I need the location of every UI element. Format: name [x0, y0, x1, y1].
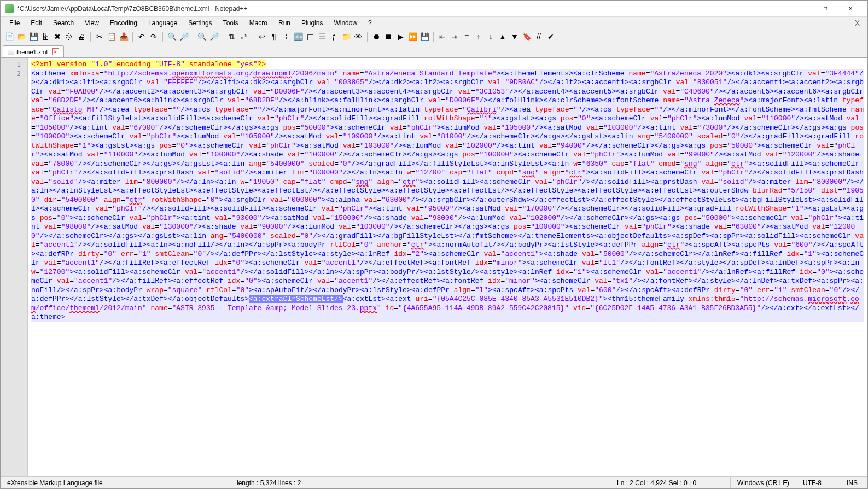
monitor-button[interactable]: 👁	[353, 31, 364, 42]
toolbar-separator	[162, 32, 163, 42]
menu-view[interactable]: View	[79, 18, 104, 28]
toolbar-separator	[433, 32, 434, 42]
comment-button[interactable]: //	[533, 31, 544, 42]
status-insert-mode[interactable]: INS	[840, 477, 867, 488]
cut-button[interactable]: ✂	[94, 31, 105, 42]
file-tab[interactable]: theme1.xml ✕	[3, 45, 64, 57]
app-window: *C:\Users\Jamie\AppData\Local\Temp\7zO8B…	[0, 0, 868, 489]
save-all-button[interactable]: 🗄	[40, 31, 51, 42]
func-list-button[interactable]: ƒ	[329, 31, 340, 42]
menu-search[interactable]: Search	[48, 18, 79, 28]
app-icon	[5, 4, 14, 13]
menubar-close-icon[interactable]: X	[850, 19, 864, 27]
save-file-button[interactable]: 💾	[28, 31, 39, 42]
redo-button[interactable]: ↷	[148, 31, 159, 42]
line-number: 1	[1, 60, 27, 69]
sort-desc-button[interactable]: ↓	[485, 31, 496, 42]
status-language: eXtensible Markup Language file	[1, 477, 230, 488]
menu-plugins[interactable]: Plugins	[296, 18, 328, 28]
menu-window[interactable]: Window	[328, 18, 363, 28]
close-all-button[interactable]: ⛒	[64, 31, 75, 42]
bookmark-button[interactable]: 🔖	[521, 31, 532, 42]
line-number-gutter: 12	[1, 58, 28, 476]
menu-[interactable]: ?	[363, 18, 377, 28]
toolbar-separator	[223, 32, 223, 42]
doc-list-button[interactable]: ☰	[317, 31, 328, 42]
toolbar-separator	[132, 32, 133, 42]
copy-button[interactable]: 📋	[106, 31, 117, 42]
maximize-button[interactable]: □	[813, 1, 838, 17]
status-bar: eXtensible Markup Language file length :…	[1, 476, 867, 488]
up-button[interactable]: ▲	[497, 31, 508, 42]
tab-close-icon[interactable]: ✕	[52, 48, 59, 55]
indent-guide-button[interactable]: ⫶	[281, 31, 292, 42]
file-icon	[8, 49, 14, 55]
play-multi-button[interactable]: ⏩	[407, 31, 418, 42]
editor: 12 <?xml version="1.0" encoding="UTF-8" …	[1, 57, 867, 476]
open-file-button[interactable]: 📂	[16, 31, 27, 42]
play-macro-button[interactable]: ▶	[395, 31, 406, 42]
folder-button[interactable]: 📁	[341, 31, 352, 42]
down-button[interactable]: ▼	[509, 31, 520, 42]
line-number: 2	[1, 69, 27, 79]
undo-button[interactable]: ↶	[136, 31, 147, 42]
print-button[interactable]: 🖨	[76, 31, 87, 42]
paste-button[interactable]: 📥	[118, 31, 129, 42]
menu-settings[interactable]: Settings	[183, 18, 217, 28]
menu-tools[interactable]: Tools	[218, 18, 244, 28]
toolbar-separator	[90, 32, 91, 42]
find-button[interactable]: 🔍	[166, 31, 177, 42]
tab-label: theme1.xml	[16, 49, 48, 55]
status-encoding[interactable]: UTF-8	[796, 477, 840, 488]
toolbar-separator	[367, 32, 368, 42]
udf-button[interactable]: 🔤	[293, 31, 304, 42]
toolbar-separator	[253, 32, 253, 42]
window-title: *C:\Users\Jamie\AppData\Local\Temp\7zO8B…	[17, 5, 788, 13]
save-macro-button[interactable]: 💾	[419, 31, 430, 42]
outdent-b-button[interactable]: ⇤	[437, 31, 448, 42]
sort-asc-button[interactable]: ↑	[473, 31, 484, 42]
menu-file[interactable]: File	[4, 18, 25, 28]
indent-b-button[interactable]: ⇥	[449, 31, 460, 42]
tab-bar: theme1.xml ✕	[1, 44, 867, 57]
line-ops-button[interactable]: ≡	[461, 31, 472, 42]
new-file-button[interactable]: 📄	[4, 31, 15, 42]
record-macro-button[interactable]: ⏺	[371, 31, 382, 42]
close-file-button[interactable]: ✖	[52, 31, 63, 42]
all-chars-button[interactable]: ¶	[269, 31, 279, 42]
doc-map-button[interactable]: ▤	[305, 31, 316, 42]
status-length: length : 5,324 lines : 2	[230, 477, 610, 488]
sync-v-button[interactable]: ⇅	[226, 31, 237, 42]
replace-button[interactable]: 🔎	[178, 31, 189, 42]
status-position: Ln : 2 Col : 4,924 Sel : 0 | 0	[610, 477, 731, 488]
zoom-in-button[interactable]: 🔍	[196, 31, 207, 42]
sync-h-button[interactable]: ⇄	[238, 31, 249, 42]
menu-run[interactable]: Run	[273, 18, 296, 28]
code-area[interactable]: <?xml version="1.0" encoding="UTF-8" sta…	[28, 58, 867, 476]
stop-macro-button[interactable]: ⏹	[383, 31, 394, 42]
menubar: FileEditSearchViewEncodingLanguageSettin…	[1, 17, 867, 29]
toolbar-separator	[193, 32, 193, 42]
toolbar: 📄📂💾🗄✖⛒🖨✂📋📥↶↷🔍🔎🔍🔎⇅⇄↩¶⫶🔤▤☰ƒ📁👁⏺⏹▶⏩💾⇤⇥≡↑↓▲▼🔖…	[1, 29, 867, 44]
minimize-button[interactable]: —	[788, 1, 813, 17]
spellcheck-button[interactable]: ✔	[545, 31, 556, 42]
word-wrap-button[interactable]: ↩	[257, 31, 267, 42]
menu-macro[interactable]: Macro	[244, 18, 273, 28]
menu-language[interactable]: Language	[143, 18, 183, 28]
titlebar: *C:\Users\Jamie\AppData\Local\Temp\7zO8B…	[1, 1, 867, 17]
menu-edit[interactable]: Edit	[25, 18, 48, 28]
menu-encoding[interactable]: Encoding	[104, 18, 143, 28]
zoom-out-button[interactable]: 🔎	[208, 31, 219, 42]
status-eol[interactable]: Windows (CR LF)	[731, 477, 796, 488]
close-button[interactable]: ✕	[838, 1, 863, 17]
